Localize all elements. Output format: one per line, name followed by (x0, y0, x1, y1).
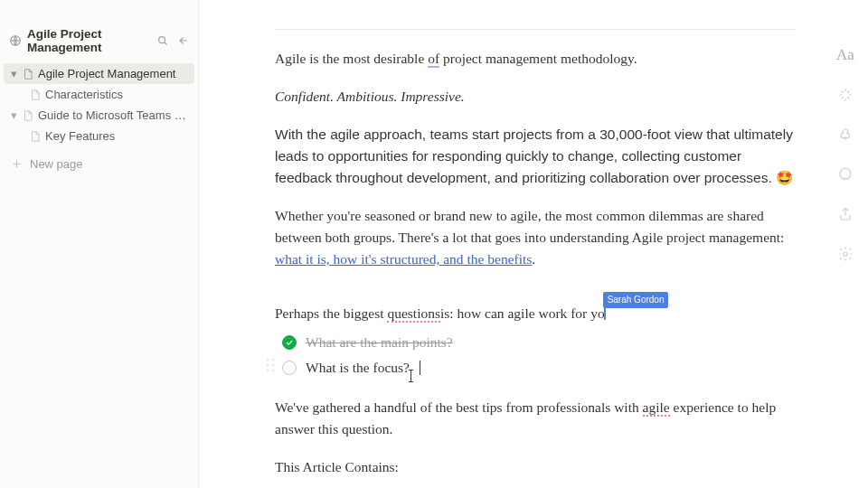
section-heading[interactable]: This Article Contains: (275, 456, 796, 478)
document-content[interactable]: Agile is the most desirable of project m… (275, 0, 796, 488)
sidebar: Agile Project Management ▾ Agile Project… (0, 0, 199, 488)
paragraph[interactable]: With the agile approach, teams start pro… (275, 124, 796, 189)
workspace-header[interactable]: Agile Project Management (0, 23, 198, 63)
plus-icon (11, 158, 23, 170)
svg-point-1 (159, 37, 165, 43)
share-icon[interactable] (835, 204, 855, 224)
tree-item-agile-pm[interactable]: ▾ Agile Project Management (4, 63, 194, 84)
todo-list: What are the main points? What is the fo… (282, 330, 796, 380)
tree-item-label: Agile Project Management (38, 67, 189, 80)
workspace-title: Agile Project Management (27, 27, 151, 54)
todo-item[interactable]: What is the focus? (282, 355, 796, 380)
settings-icon[interactable] (835, 244, 855, 264)
paragraph[interactable]: Whether you're seasoned or brand new to … (275, 205, 796, 270)
spell-highlight: agile (643, 399, 670, 417)
comment-icon[interactable] (835, 164, 855, 184)
svg-point-6 (267, 370, 269, 372)
caret-down-icon[interactable]: ▾ (9, 67, 18, 80)
checkbox-checked[interactable] (282, 335, 297, 350)
todo-text: What is the focus? (306, 357, 410, 379)
svg-point-3 (272, 359, 275, 361)
collapse-icon[interactable] (176, 34, 189, 47)
clubs-icon[interactable] (835, 125, 855, 145)
paragraph-collab[interactable]: Perhaps the biggest questions is: how ca… (275, 303, 796, 324)
new-page-button[interactable]: New page (0, 150, 198, 178)
paragraph-italic[interactable]: Confident. Ambitious. Impressive. (275, 86, 796, 108)
svg-point-8 (840, 168, 851, 179)
search-icon[interactable] (156, 34, 169, 47)
document-main: Agile is the most desirable of project m… (199, 0, 868, 488)
text: is: how can agile work for yo (440, 305, 605, 321)
text-cursor-icon (410, 370, 411, 382)
paragraph[interactable]: Agile is the most desirable of project m… (275, 48, 796, 70)
text-caret (420, 361, 420, 375)
typography-button[interactable]: Aa (835, 45, 855, 65)
drag-handle-icon[interactable] (266, 357, 275, 379)
page-icon (29, 130, 42, 143)
spell-highlight: questions (387, 305, 440, 323)
text: Perhaps the biggest (275, 305, 387, 321)
check-icon (285, 338, 294, 347)
caret-down-icon[interactable]: ▾ (9, 108, 18, 122)
tree-item-key-features[interactable]: Key Features (4, 126, 194, 146)
text: With the agile approach, teams start pro… (275, 127, 793, 185)
text: We've gathered a handful of the best tip… (275, 399, 643, 415)
tree-item-label: Key Features (45, 129, 189, 143)
text: . (532, 251, 535, 267)
svg-point-2 (267, 359, 269, 361)
new-page-label: New page (30, 157, 83, 171)
toc-item[interactable]: What is Agile project management? (300, 482, 796, 488)
svg-point-7 (272, 370, 275, 372)
paragraph[interactable]: We've gathered a handful of the best tip… (275, 397, 796, 440)
inline-link[interactable]: what it is, how it's structured, and the… (275, 251, 532, 267)
collab-cursor-anchor: is: how can agile work for yoSarah Gordo… (440, 303, 605, 324)
tree-item-characteristics[interactable]: Characteristics (4, 84, 194, 105)
right-rail: Aa (830, 45, 861, 264)
toc-list: What is Agile project management? When y… (275, 482, 796, 488)
todo-item[interactable]: What are the main points? (282, 330, 796, 355)
divider (275, 29, 796, 30)
svg-point-5 (272, 364, 275, 367)
toc-link[interactable]: What is Agile project management? (300, 484, 501, 488)
text: Whether you're seasoned or brand new to … (275, 208, 784, 245)
tree-item-guide-teams[interactable]: ▾ Guide to Microsoft Teams Project… (4, 105, 194, 126)
page-tree: ▾ Agile Project Management Characteristi… (0, 63, 198, 146)
text: Agile is the most desirable (275, 51, 428, 66)
svg-point-9 (844, 252, 848, 257)
svg-point-4 (267, 364, 269, 367)
tree-item-label: Characteristics (45, 88, 189, 101)
checkbox-unchecked[interactable] (282, 361, 297, 375)
todo-text: What are the main points? (306, 332, 453, 353)
page-icon (22, 68, 34, 80)
globe-icon (9, 34, 22, 47)
grammar-highlight: of (428, 51, 439, 68)
collab-user-tag: Sarah Gordon (603, 292, 669, 308)
text: project management methodology. (439, 51, 637, 66)
page-icon (29, 89, 42, 101)
page-icon (22, 109, 34, 122)
tree-item-label: Guide to Microsoft Teams Project… (38, 108, 189, 122)
ai-icon[interactable] (835, 85, 855, 105)
